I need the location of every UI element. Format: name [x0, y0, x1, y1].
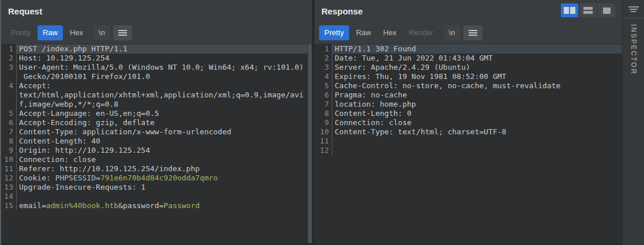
code-line: Cache-Control: no-store, no-cache, must-…	[332, 81, 622, 91]
response-title: Response	[321, 6, 363, 17]
line-number: 4	[314, 72, 332, 81]
code-line: Content-Length: 0	[332, 109, 622, 118]
code-line: f,image/webp,*/*;q=0.8	[17, 100, 312, 109]
line-number: 9	[1, 146, 17, 155]
menu-icon	[118, 30, 127, 36]
tab-menu[interactable]	[113, 25, 132, 40]
code-row: 12Cookie: PHPSESSID=791e6n70b4d84c920odd…	[1, 174, 312, 183]
code-row: 5Accept-Language: en-US,en;q=0.5	[1, 109, 312, 118]
line-number: 10	[314, 127, 332, 137]
line-number: 8	[1, 137, 17, 146]
code-line	[17, 192, 312, 201]
request-scrollbar-thumb[interactable]	[308, 44, 312, 243]
code-line: Content-Type: text/html; charset=UTF-8	[332, 127, 622, 137]
line-number: 1	[314, 44, 332, 54]
tab-render[interactable]: Render	[403, 25, 439, 40]
request-code: 1POST /index.php HTTP/1.12Host: 10.129.1…	[1, 44, 312, 210]
code-row: 8Content-Length: 0	[314, 109, 622, 118]
code-line: text/html,application/xhtml+xml,applicat…	[17, 91, 312, 100]
request-scrollbar[interactable]	[308, 44, 312, 243]
line-number: 7	[314, 100, 332, 109]
line-number: 12	[1, 174, 17, 183]
request-editor[interactable]: 1POST /index.php HTTP/1.12Host: 10.129.1…	[1, 44, 312, 243]
code-row: 2Date: Tue, 21 Jun 2022 01:43:04 GMT	[314, 54, 622, 63]
layout-rows-button[interactable]	[579, 3, 597, 17]
code-row: Gecko/20100101 Firefox/101.0	[1, 72, 312, 81]
line-number: 3	[314, 63, 332, 72]
line-number	[1, 72, 17, 81]
code-row: f,image/webp,*/*;q=0.8	[1, 100, 312, 109]
code-row: 4Accept:	[1, 81, 312, 91]
line-number: 4	[1, 81, 17, 91]
line-number: 2	[314, 54, 332, 63]
tab-pretty[interactable]: Pretty	[319, 25, 349, 40]
tab-raw[interactable]: Raw	[38, 25, 63, 40]
code-row: 7location: home.php	[314, 100, 622, 109]
code-row: 9Origin: http://10.129.125.254	[1, 146, 312, 155]
tab-newline[interactable]: \n	[93, 25, 110, 40]
tab-raw[interactable]: Raw	[351, 25, 376, 40]
line-number: 6	[1, 118, 17, 127]
code-row: 1HTTP/1.1 302 Found	[314, 44, 622, 54]
layout-columns-button[interactable]	[561, 3, 578, 17]
line-number: 10	[1, 155, 17, 164]
code-line: HTTP/1.1 302 Found	[332, 44, 622, 54]
tab-pretty[interactable]: Pretty	[6, 25, 36, 40]
line-number: 2	[1, 54, 17, 63]
code-line: Date: Tue, 21 Jun 2022 01:43:04 GMT	[332, 54, 622, 63]
http-message-viewer: Request PrettyRawHex\n 1POST /index.php …	[0, 0, 644, 245]
code-row: 11	[314, 137, 622, 146]
line-number: 6	[314, 91, 332, 100]
rows-icon	[583, 7, 593, 14]
layout-toggle-group	[561, 3, 615, 17]
line-number: 5	[314, 81, 332, 91]
line-number: 12	[314, 146, 332, 155]
code-row: 6Pragma: no-cache	[314, 91, 622, 100]
inspector-collapse-icon[interactable]	[628, 5, 639, 13]
code-row: 5Cache-Control: no-store, no-cache, must…	[314, 81, 622, 91]
menu-icon	[469, 30, 477, 36]
code-row: text/html,application/xhtml+xml,applicat…	[1, 91, 312, 100]
line-number: 11	[1, 164, 17, 174]
code-line: Accept-Encoding: gzip, deflate	[17, 118, 312, 127]
code-row: 10Connection: close	[1, 155, 312, 164]
code-row: 8Content-Length: 40	[1, 137, 312, 146]
code-row: 2Host: 10.129.125.254	[1, 54, 312, 63]
code-line: Content-Type: application/x-www-form-url…	[17, 127, 312, 137]
response-editor[interactable]: 1HTTP/1.1 302 Found2Date: Tue, 21 Jun 20…	[314, 44, 622, 243]
inspector-tab[interactable]: INSPECTOR	[630, 24, 638, 75]
line-number: 1	[1, 44, 17, 54]
code-row: 14	[1, 192, 312, 201]
code-line: Connection: close	[332, 118, 622, 127]
response-panel: Response PrettyRawHexRender\n 1HTTP/1.1 …	[314, 0, 622, 245]
inspector-sidebar[interactable]: INSPECTOR	[622, 0, 644, 245]
code-row: 15email=admin%40book.htb&password=Passwo…	[1, 201, 312, 210]
tab-newline[interactable]: \n	[444, 25, 460, 40]
code-line: User-Agent: Mozilla/5.0 (Windows NT 10.0…	[17, 63, 312, 72]
layout-single-button[interactable]	[598, 3, 615, 17]
tab-menu[interactable]	[463, 25, 482, 40]
request-tabbar: PrettyRawHex\n	[6, 25, 312, 40]
code-line	[332, 146, 622, 155]
code-line: Referer: http://10.129.125.254/index.php	[17, 164, 312, 174]
line-number: 5	[1, 109, 17, 118]
request-header: Request	[1, 0, 312, 23]
code-line: Pragma: no-cache	[332, 91, 622, 100]
response-tabbar: PrettyRawHexRender\n	[319, 25, 622, 40]
line-number	[1, 91, 17, 100]
tab-hex[interactable]: Hex	[65, 25, 88, 40]
line-number: 15	[1, 201, 17, 210]
tab-hex[interactable]: Hex	[378, 25, 402, 40]
code-line: Upgrade-Insecure-Requests: 1	[17, 183, 312, 192]
code-row: 9Connection: close	[314, 118, 622, 127]
code-line: POST /index.php HTTP/1.1	[17, 44, 312, 54]
code-line: Connection: close	[17, 155, 312, 164]
inspector-divider	[623, 18, 644, 18]
response-header: Response	[314, 0, 622, 23]
line-number: 9	[314, 118, 332, 127]
line-number: 13	[1, 183, 17, 192]
response-code: 1HTTP/1.1 302 Found2Date: Tue, 21 Jun 20…	[314, 44, 622, 155]
code-row: 3User-Agent: Mozilla/5.0 (Windows NT 10.…	[1, 63, 312, 72]
code-row: 4Expires: Thu, 19 Nov 1981 08:52:00 GMT	[314, 72, 622, 81]
line-number	[1, 100, 17, 109]
